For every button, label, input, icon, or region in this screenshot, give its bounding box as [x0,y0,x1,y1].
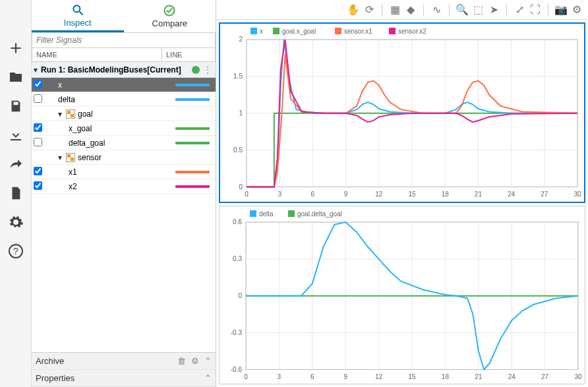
chart-top[interactable]: 03691215182124273000.511.52xgoal.x_goals… [219,22,585,203]
svg-text:-0.3: -0.3 [231,328,243,336]
svg-text:x: x [260,28,263,35]
svg-text:15: 15 [408,372,416,380]
add-icon[interactable] [7,40,24,57]
bus-icon [66,153,75,162]
properties-section[interactable]: Properties ⌃ [32,370,216,387]
svg-text:0: 0 [239,183,243,191]
settings-icon[interactable] [7,214,24,231]
chart-bottom-svg: 036912151821242730-0.6-0.300.30.6deltago… [220,206,585,384]
line-swatch [175,142,210,144]
chart-bottom[interactable]: 036912151821242730-0.6-0.300.30.6deltago… [219,206,585,385]
line-swatch [175,98,210,101]
expand-icon[interactable]: ▾ [32,65,40,74]
expand-icon[interactable]: ▾ [58,109,66,119]
tab-inspect-label: Inspect [64,18,92,28]
import-icon[interactable] [7,127,24,144]
svg-text:12: 12 [375,191,383,198]
filter-signals-input[interactable] [32,33,216,48]
svg-text:12: 12 [375,372,383,380]
tab-inspect[interactable]: Inspect [32,0,124,32]
svg-text:delta: delta [259,210,274,218]
svg-text:27: 27 [541,372,549,380]
bus-icon [66,109,75,119]
zoom-region-icon[interactable]: ⬚ [472,4,484,16]
svg-text:3: 3 [278,191,281,198]
run-menu-icon[interactable]: ⋮ [204,65,212,74]
trash-icon[interactable]: 🗑 [177,356,186,366]
chevron-up-icon[interactable]: ⌃ [204,356,212,366]
fullscreen-icon[interactable]: ⛶ [529,4,541,16]
svg-line-3 [79,11,82,15]
svg-text:27: 27 [541,191,548,198]
svg-text:21: 21 [475,191,483,198]
svg-text:0.3: 0.3 [233,254,242,262]
svg-text:0: 0 [244,372,248,380]
help-icon[interactable]: ? [7,243,24,260]
expand-icon[interactable]: ⤢ [514,4,525,16]
replay-icon[interactable]: ⟳ [363,4,375,16]
pan-icon[interactable]: ✋ [347,4,359,16]
signal-tree: x delta ▾ goal x_goal delta_goal ▾ [32,78,216,352]
clear-icon[interactable]: ◆ [405,4,417,16]
svg-text:15: 15 [408,191,416,198]
column-headers: NAME LINE [32,48,216,62]
signal-delta[interactable]: delta [32,92,216,107]
status-dot [192,66,200,74]
cursor-icon[interactable]: ➤ [488,4,500,16]
signal-x1-checkbox[interactable] [34,167,42,175]
run-row[interactable]: ▾ Run 1: BasicModelingBuses[Current] ⋮ [32,62,216,78]
signal-goal-group[interactable]: ▾ goal [32,107,216,121]
svg-rect-81 [288,210,295,217]
signal-delta-goal-checkbox[interactable] [34,138,42,146]
chart-top-svg: 03691215182124273000.511.52xgoal.x_goals… [220,24,584,202]
svg-text:2: 2 [239,36,243,43]
signal-delta-goal[interactable]: delta_goal [32,136,216,150]
svg-text:24: 24 [508,372,516,380]
svg-rect-44 [389,28,396,34]
signal-x1[interactable]: x1 [32,165,216,179]
export-icon[interactable] [7,156,24,173]
svg-text:6: 6 [311,191,315,198]
save-icon[interactable] [7,98,24,115]
gear-icon[interactable]: ⚙ [571,4,583,16]
archive-section[interactable]: Archive 🗑 ⚙ ⌃ [32,353,216,370]
signal-icon[interactable]: ∿ [430,4,442,16]
svg-text:3: 3 [278,372,281,380]
panel-footer: Archive 🗑 ⚙ ⌃ Properties ⌃ [32,352,216,387]
svg-text:24: 24 [508,191,515,198]
left-toolbar: ? [0,0,32,387]
chevron-up-icon[interactable]: ⌃ [204,373,212,383]
zoom-icon[interactable]: 🔍 [456,4,468,16]
signal-x-goal[interactable]: x_goal [32,121,216,136]
signal-x2[interactable]: x2 [32,179,216,194]
col-line[interactable]: LINE [162,48,215,61]
svg-text:9: 9 [344,191,348,198]
svg-text:0.6: 0.6 [233,218,242,225]
svg-text:sensor.x1: sensor.x1 [344,28,372,35]
panel-tabs: Inspect Compare [32,0,216,33]
signal-delta-checkbox[interactable] [34,94,42,103]
tab-compare-label: Compare [152,18,187,28]
svg-rect-79 [250,210,256,217]
signal-x[interactable]: x [32,78,216,92]
grid-icon[interactable]: ▦ [389,4,401,16]
svg-text:0: 0 [238,291,242,299]
svg-text:9: 9 [343,372,347,380]
signal-x-goal-checkbox[interactable] [34,123,42,132]
signal-x2-checkbox[interactable] [34,181,42,190]
tab-compare[interactable]: Compare [124,0,216,32]
gear-icon[interactable]: ⚙ [191,356,199,366]
col-name[interactable]: NAME [32,48,162,61]
line-swatch [175,127,210,130]
signal-sensor-group[interactable]: ▾ sensor [32,150,216,165]
svg-text:sensor.x2: sensor.x2 [398,28,426,35]
svg-text:6: 6 [310,372,314,380]
svg-text:1.5: 1.5 [233,73,243,80]
folder-icon[interactable] [7,69,24,86]
camera-icon[interactable]: 📷 [555,4,567,16]
expand-icon[interactable]: ▾ [58,153,66,162]
signal-x-checkbox[interactable] [34,80,42,88]
svg-text:0.5: 0.5 [233,146,243,154]
line-swatch [175,185,210,188]
document-icon[interactable] [7,185,24,202]
